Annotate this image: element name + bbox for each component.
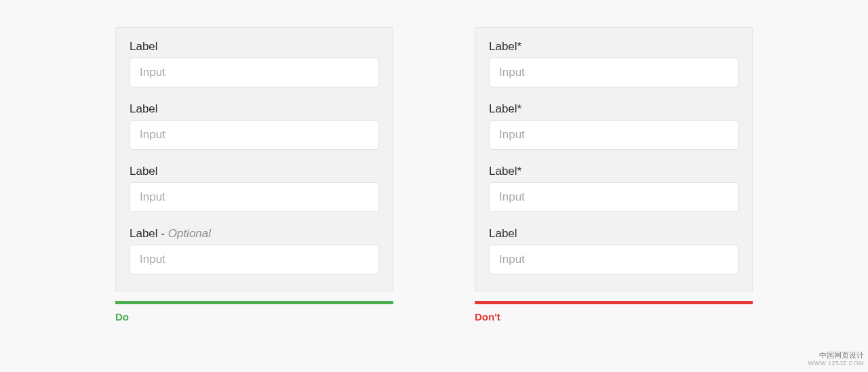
watermark-line2: WWW.125JZ.COM [808,360,865,368]
do-input-2[interactable] [130,120,379,150]
do-label-3: Label [130,165,379,178]
do-bar [115,301,393,304]
dont-label-4: Label [489,227,738,241]
dont-panel: Label* Label* Label* Label [475,27,753,291]
do-label-2: Label [130,102,379,116]
watermark-line1: 中国网页设计 [808,350,865,360]
dont-input-4[interactable] [489,245,738,274]
dont-label-3: Label* [489,165,738,178]
dont-label-2: Label* [489,102,738,116]
dont-input-2[interactable] [489,120,738,150]
dont-field-4: Label [489,227,738,274]
watermark: 中国网页设计 WWW.125JZ.COM [808,350,865,368]
do-label-1: Label [130,40,379,54]
do-field-4: Label - Optional [130,227,379,274]
dont-bar [475,301,753,304]
comparison-wrap: Label Label Label Label - Optional Do La… [0,0,868,323]
dont-field-1: Label* [489,40,738,87]
optional-tag: Optional [168,227,211,240]
do-input-1[interactable] [130,58,379,87]
do-label-4: Label - Optional [130,227,379,241]
dont-input-3[interactable] [489,182,738,212]
do-field-3: Label [130,165,379,212]
dont-input-1[interactable] [489,58,738,87]
do-column: Label Label Label Label - Optional Do [115,27,393,323]
dont-field-2: Label* [489,102,738,150]
do-field-1: Label [130,40,379,87]
do-caption: Do [115,311,393,323]
dont-field-3: Label* [489,165,738,212]
dont-column: Label* Label* Label* Label Don't [475,27,753,323]
do-field-2: Label [130,102,379,150]
do-panel: Label Label Label Label - Optional [115,27,393,291]
dont-caption: Don't [475,311,753,323]
do-input-3[interactable] [130,182,379,212]
dont-label-1: Label* [489,40,738,54]
do-input-4[interactable] [130,245,379,274]
